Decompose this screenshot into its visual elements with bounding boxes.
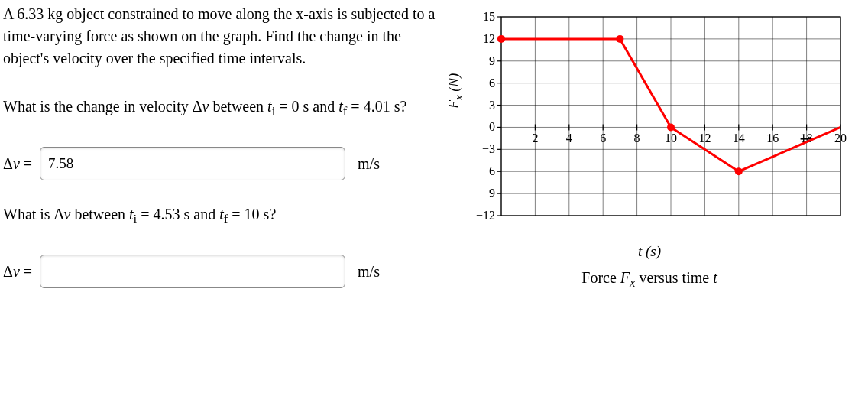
svg-text:16: 16 [766, 132, 779, 145]
answer-1-unit: m/s [358, 155, 380, 173]
svg-text:12: 12 [698, 132, 711, 145]
svg-text:9: 9 [489, 54, 495, 67]
svg-text:15: 15 [483, 10, 495, 23]
svg-point-65 [735, 167, 743, 175]
chart: Fx (N) 2468101214161820−12−9−6−303691215 [451, 9, 848, 239]
svg-text:0: 0 [489, 120, 495, 133]
y-axis-label: Fx (N) [446, 73, 465, 109]
question-1: What is the change in velocity Δv betwee… [3, 96, 451, 121]
svg-text:10: 10 [665, 132, 677, 145]
answer-2-row: Δv = m/s [3, 255, 451, 288]
svg-text:2: 2 [532, 132, 538, 145]
answer-1-label: Δv = [3, 155, 32, 173]
chart-title: Force Fx versus time t [451, 269, 848, 291]
answer-2-input[interactable] [40, 255, 345, 288]
answer-1-row: Δv = m/s [3, 147, 451, 180]
svg-text:−6: −6 [482, 164, 495, 177]
svg-text:12: 12 [483, 32, 495, 45]
svg-point-62 [497, 35, 505, 43]
svg-text:20: 20 [834, 132, 847, 145]
svg-text:4: 4 [566, 132, 572, 145]
svg-text:6: 6 [489, 76, 495, 89]
answer-1-input[interactable] [40, 147, 345, 180]
answer-2-label: Δv = [3, 263, 32, 281]
question-2: What is Δv between ti = 4.53 s and tf = … [3, 203, 451, 229]
chart-svg: 2468101214161820−12−9−6−303691215 [451, 9, 848, 239]
svg-text:−3: −3 [482, 142, 495, 155]
svg-text:3: 3 [489, 99, 495, 112]
svg-text:6: 6 [600, 132, 606, 145]
svg-text:−12: −12 [476, 209, 495, 222]
x-axis-label: t (s) [451, 243, 848, 260]
svg-point-63 [616, 35, 623, 43]
svg-text:8: 8 [634, 132, 640, 145]
svg-point-64 [667, 123, 675, 131]
svg-text:−9: −9 [482, 187, 495, 200]
problem-statement: A 6.33 kg object constrained to move alo… [3, 3, 451, 70]
svg-text:14: 14 [733, 132, 745, 145]
answer-2-unit: m/s [358, 263, 380, 281]
